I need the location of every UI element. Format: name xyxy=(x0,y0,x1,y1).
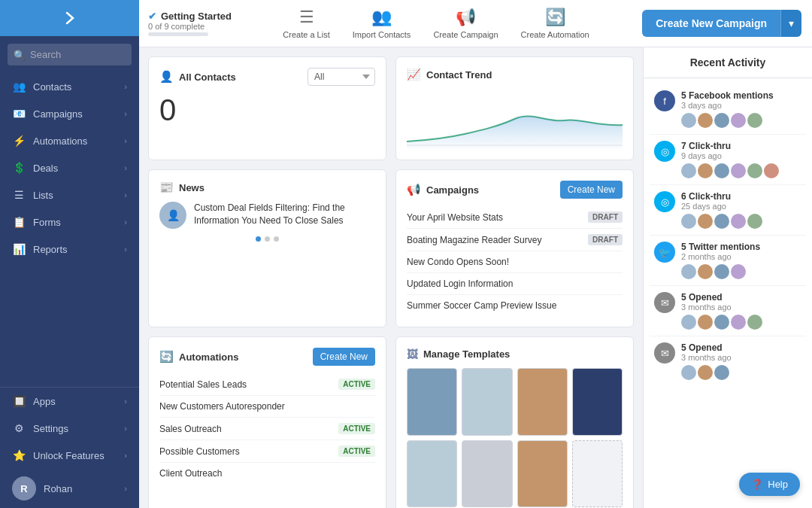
campaign-name: Your April Website Stats xyxy=(407,212,503,223)
create-campaign-button[interactable]: Create New Campaign xyxy=(642,10,780,37)
avatar xyxy=(681,264,696,279)
template-thumb[interactable] xyxy=(462,440,512,508)
sidebar-item-contacts[interactable]: 👥 Contacts › xyxy=(0,73,139,100)
right-panel: Recent Activity f 5 Facebook mentions 3 … xyxy=(643,47,812,508)
twitter-badge: 🐦 xyxy=(654,242,675,263)
templates-title: Manage Templates xyxy=(423,348,510,360)
news-dot-3[interactable] xyxy=(274,236,279,242)
list-item[interactable]: 🐦 5 Twitter mentions 2 months ago xyxy=(650,236,806,286)
check-icon: ✔ xyxy=(148,11,156,22)
sidebar-item-lists[interactable]: ☰ Lists › xyxy=(0,181,139,208)
list-item[interactable]: New Condo Opens Soon! xyxy=(407,251,623,273)
chevron-icon: › xyxy=(124,109,127,118)
list-item[interactable]: Possible Customers ACTIVE xyxy=(159,440,375,463)
list-item[interactable]: Your April Website Stats DRAFT xyxy=(407,206,623,229)
campaigns-card: 📢 Campaigns Create New Your April Websit… xyxy=(395,169,634,327)
list-item[interactable]: Boating Magazine Reader Survey DRAFT xyxy=(407,229,623,251)
step-create-campaign[interactable]: 📢 Create Campaign xyxy=(433,8,498,39)
reports-icon: 📊 xyxy=(12,243,26,255)
sidebar-item-label: Lists xyxy=(33,190,53,201)
campaign-dropdown-button[interactable]: ▾ xyxy=(780,10,801,37)
avatar: R xyxy=(12,476,36,500)
template-thumb[interactable] xyxy=(517,368,568,436)
news-title: News xyxy=(179,182,205,193)
sidebar-item-forms[interactable]: 📋 Forms › xyxy=(0,208,139,236)
automations-create-new-button[interactable]: Create New xyxy=(313,348,375,366)
activity-label: 5 Opened xyxy=(681,292,801,303)
avatar xyxy=(698,163,713,178)
sidebar-item-apps[interactable]: 🔲 Apps › xyxy=(0,388,139,415)
list-item[interactable]: Client Outreach xyxy=(159,463,375,484)
sidebar-nav: 👥 Contacts › 📧 Campaigns › ⚡ Automations… xyxy=(0,73,139,263)
topbar-steps: ☰ Create a List 👥 Import Contacts 📢 Crea… xyxy=(250,8,623,39)
list-item[interactable]: Updated Login Information xyxy=(407,273,623,295)
news-item[interactable]: 👤 Custom Deal Fields Filtering: Find the… xyxy=(159,202,375,229)
template-thumb[interactable] xyxy=(407,368,457,436)
news-avatar: 👤 xyxy=(159,202,186,229)
getting-started-block: ✔ Getting Started 0 of 9 complete xyxy=(148,11,232,36)
template-thumb[interactable] xyxy=(572,368,623,436)
trend-chart xyxy=(407,89,623,149)
lists-icon: ☰ xyxy=(12,189,26,201)
email-badge-1: ✉ xyxy=(654,292,675,313)
user-profile[interactable]: R Rohan › xyxy=(0,469,139,508)
sidebar-item-reports[interactable]: 📊 Reports › xyxy=(0,236,139,263)
import-icon: 👥 xyxy=(371,8,392,27)
avatar xyxy=(714,113,729,128)
list-item[interactable]: ◎ 6 Click-thru 25 days ago xyxy=(650,185,806,236)
sidebar-search-wrap: 🔍 xyxy=(0,36,139,73)
step-create-list[interactable]: ☰ Create a List xyxy=(283,8,329,39)
help-button[interactable]: ❓ Help xyxy=(739,473,800,496)
sidebar-item-campaigns[interactable]: 📧 Campaigns › xyxy=(0,100,139,127)
avatar xyxy=(747,315,762,330)
chevron-icon: › xyxy=(124,484,127,493)
avatar xyxy=(714,365,729,380)
avatar xyxy=(698,113,713,128)
contact-card-icon: 👤 xyxy=(159,70,174,84)
template-thumb[interactable] xyxy=(517,440,568,508)
sidebar-item-unlock[interactable]: ⭐ Unlock Features › xyxy=(0,442,139,469)
list-item[interactable]: New Customers Autoresponder xyxy=(159,396,375,418)
template-thumb[interactable] xyxy=(407,440,457,508)
news-card: 📰 News 👤 Custom Deal Fields Filtering: F… xyxy=(148,169,386,327)
help-icon: ❓ xyxy=(751,479,763,490)
progress-text: 0 of 9 complete xyxy=(148,22,232,31)
activity-label: 5 Twitter mentions xyxy=(681,242,801,252)
chevron-icon: › xyxy=(124,397,127,406)
sidebar-item-automations[interactable]: ⚡ Automations › xyxy=(0,127,139,154)
avatar xyxy=(698,214,713,229)
step-create-automation[interactable]: 🔄 Create Automation xyxy=(521,8,589,39)
campaign-name: Updated Login Information xyxy=(407,278,513,289)
avatar-row xyxy=(681,365,801,380)
template-thumb[interactable] xyxy=(462,368,512,436)
list-item[interactable]: ✉ 5 Opened 3 months ago xyxy=(650,286,806,336)
recent-activity-title: Recent Activity xyxy=(654,56,801,68)
help-label: Help xyxy=(768,479,788,490)
list-item[interactable]: f 5 Facebook mentions 3 days ago xyxy=(650,84,806,135)
list-item[interactable]: Sales Outreach ACTIVE xyxy=(159,418,375,440)
getting-started-label: Getting Started xyxy=(161,11,232,22)
contact-trend-title: Contact Trend xyxy=(426,69,492,81)
search-input[interactable] xyxy=(8,44,132,65)
news-dot-1[interactable] xyxy=(256,236,261,242)
news-dot-2[interactable] xyxy=(265,236,270,242)
step-label: Create Automation xyxy=(521,30,589,39)
list-item[interactable]: ◎ 7 Click-thru 9 days ago xyxy=(650,135,806,185)
chevron-icon: › xyxy=(124,136,127,145)
campaigns-create-new-button[interactable]: Create New xyxy=(560,181,623,199)
sidebar-toggle[interactable] xyxy=(0,0,139,36)
contacts-filter-select[interactable]: All This Week This Month xyxy=(308,68,375,86)
progress-bar xyxy=(148,32,208,36)
news-icon: 📰 xyxy=(159,181,174,194)
list-item[interactable]: ✉ 5 Opened 3 months ago xyxy=(650,336,806,386)
status-badge: DRAFT xyxy=(588,211,623,223)
list-item[interactable]: Potential Sales Leads ACTIVE xyxy=(159,373,375,396)
activity-label: 5 Facebook mentions xyxy=(681,90,801,101)
sidebar-item-settings[interactable]: ⚙ Settings › xyxy=(0,415,139,442)
template-thumb[interactable] xyxy=(572,440,623,508)
campaigns-card-icon: 📢 xyxy=(407,183,421,196)
sidebar-item-deals[interactable]: 💲 Deals › xyxy=(0,154,139,181)
sidebar-bottom: 🔲 Apps › ⚙ Settings › ⭐ Unlock Features … xyxy=(0,387,139,508)
step-import-contacts[interactable]: 👥 Import Contacts xyxy=(353,8,411,39)
list-item[interactable]: Summer Soccer Camp Preview Issue xyxy=(407,295,623,316)
